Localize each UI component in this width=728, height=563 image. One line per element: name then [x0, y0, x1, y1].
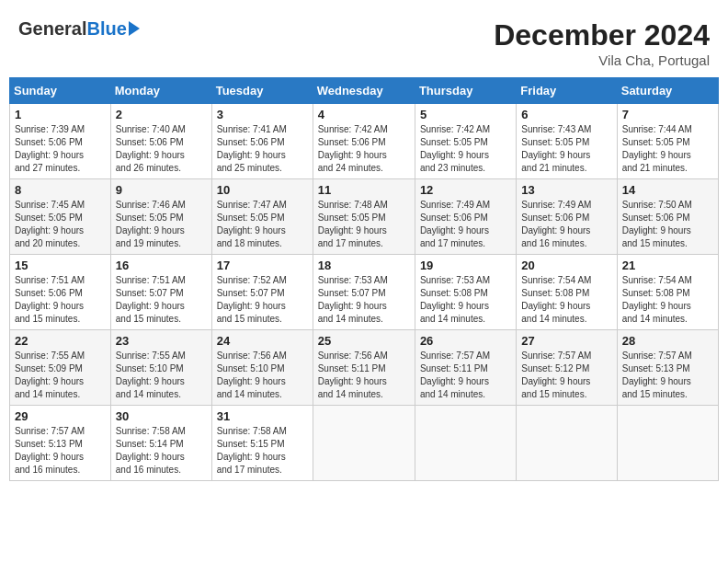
calendar-cell: 4Sunrise: 7:42 AMSunset: 5:06 PMDaylight… [313, 104, 415, 179]
day-number: 21 [622, 259, 713, 272]
calendar-cell: 15Sunrise: 7:51 AMSunset: 5:06 PMDayligh… [10, 255, 111, 330]
weekday-header-thursday: Thursday [415, 78, 516, 104]
calendar-cell: 24Sunrise: 7:56 AMSunset: 5:10 PMDayligh… [211, 330, 313, 406]
month-title: December 2024 [494, 18, 710, 52]
calendar-cell: 20Sunrise: 7:54 AMSunset: 5:08 PMDayligh… [517, 255, 617, 330]
day-info: Sunrise: 7:58 AMSunset: 5:14 PMDaylight:… [116, 425, 207, 477]
day-info: Sunrise: 7:46 AMSunset: 5:05 PMDaylight:… [116, 199, 207, 250]
day-info: Sunrise: 7:53 AMSunset: 5:08 PMDaylight:… [420, 274, 511, 326]
calendar-cell: 27Sunrise: 7:57 AMSunset: 5:12 PMDayligh… [517, 330, 617, 406]
calendar-cell: 28Sunrise: 7:57 AMSunset: 5:13 PMDayligh… [617, 330, 718, 406]
day-info: Sunrise: 7:58 AMSunset: 5:15 PMDaylight:… [217, 425, 308, 477]
weekday-header-tuesday: Tuesday [211, 78, 313, 104]
calendar-cell: 2Sunrise: 7:40 AMSunset: 5:06 PMDaylight… [110, 104, 211, 179]
calendar-cell: 31Sunrise: 7:58 AMSunset: 5:15 PMDayligh… [211, 406, 313, 481]
calendar-cell: 8Sunrise: 7:45 AMSunset: 5:05 PMDaylight… [10, 179, 111, 255]
day-info: Sunrise: 7:57 AMSunset: 5:12 PMDaylight:… [521, 350, 611, 401]
day-number: 2 [116, 108, 207, 121]
calendar-cell: 26Sunrise: 7:57 AMSunset: 5:11 PMDayligh… [415, 330, 516, 406]
calendar-cell: 14Sunrise: 7:50 AMSunset: 5:06 PMDayligh… [617, 179, 718, 255]
day-number: 9 [116, 183, 207, 197]
day-number: 7 [622, 108, 713, 121]
day-info: Sunrise: 7:49 AMSunset: 5:06 PMDaylight:… [420, 199, 511, 250]
day-info: Sunrise: 7:42 AMSunset: 5:06 PMDaylight:… [318, 123, 410, 175]
day-info: Sunrise: 7:39 AMSunset: 5:06 PMDaylight:… [15, 123, 106, 175]
weekday-header-friday: Friday [517, 78, 617, 104]
day-info: Sunrise: 7:55 AMSunset: 5:10 PMDaylight:… [116, 350, 207, 401]
day-info: Sunrise: 7:56 AMSunset: 5:11 PMDaylight:… [318, 350, 410, 401]
calendar-cell: 1Sunrise: 7:39 AMSunset: 5:06 PMDaylight… [10, 104, 111, 179]
day-info: Sunrise: 7:55 AMSunset: 5:09 PMDaylight:… [15, 350, 106, 401]
calendar-cell [313, 406, 415, 481]
weekday-header-monday: Monday [110, 78, 211, 104]
day-info: Sunrise: 7:43 AMSunset: 5:05 PMDaylight:… [521, 123, 611, 175]
calendar-cell: 6Sunrise: 7:43 AMSunset: 5:05 PMDaylight… [517, 104, 617, 179]
day-number: 6 [521, 108, 611, 121]
day-info: Sunrise: 7:41 AMSunset: 5:06 PMDaylight:… [217, 123, 308, 175]
day-number: 3 [217, 108, 308, 121]
day-number: 23 [116, 334, 207, 348]
calendar-cell: 29Sunrise: 7:57 AMSunset: 5:13 PMDayligh… [10, 406, 111, 481]
calendar-week-2: 8Sunrise: 7:45 AMSunset: 5:05 PMDaylight… [10, 179, 719, 255]
calendar-cell: 16Sunrise: 7:51 AMSunset: 5:07 PMDayligh… [110, 255, 211, 330]
day-info: Sunrise: 7:44 AMSunset: 5:05 PMDaylight:… [622, 123, 713, 175]
logo-arrow-icon [129, 21, 140, 36]
day-info: Sunrise: 7:57 AMSunset: 5:13 PMDaylight:… [622, 350, 713, 401]
day-number: 14 [622, 183, 713, 197]
weekday-header-wednesday: Wednesday [313, 78, 415, 104]
calendar-cell: 10Sunrise: 7:47 AMSunset: 5:05 PMDayligh… [211, 179, 313, 255]
calendar-cell: 19Sunrise: 7:53 AMSunset: 5:08 PMDayligh… [415, 255, 516, 330]
day-number: 17 [217, 259, 308, 272]
calendar-week-5: 29Sunrise: 7:57 AMSunset: 5:13 PMDayligh… [10, 406, 719, 481]
location-text: Vila Cha, Portugal [494, 52, 710, 68]
day-number: 5 [420, 108, 511, 121]
day-number: 26 [420, 334, 511, 348]
day-info: Sunrise: 7:48 AMSunset: 5:05 PMDaylight:… [318, 199, 410, 250]
day-number: 29 [15, 409, 106, 423]
day-number: 13 [521, 183, 611, 197]
day-info: Sunrise: 7:51 AMSunset: 5:07 PMDaylight:… [116, 274, 207, 326]
weekday-header-saturday: Saturday [617, 78, 718, 104]
day-info: Sunrise: 7:42 AMSunset: 5:05 PMDaylight:… [420, 123, 511, 175]
day-info: Sunrise: 7:57 AMSunset: 5:13 PMDaylight:… [15, 425, 106, 477]
calendar-cell: 5Sunrise: 7:42 AMSunset: 5:05 PMDaylight… [415, 104, 516, 179]
calendar-cell: 21Sunrise: 7:54 AMSunset: 5:08 PMDayligh… [617, 255, 718, 330]
day-number: 4 [318, 108, 410, 121]
day-number: 1 [15, 108, 106, 121]
day-number: 28 [622, 334, 713, 348]
day-number: 8 [15, 183, 106, 197]
calendar-body: 1Sunrise: 7:39 AMSunset: 5:06 PMDaylight… [10, 104, 719, 481]
calendar-cell: 17Sunrise: 7:52 AMSunset: 5:07 PMDayligh… [211, 255, 313, 330]
calendar-cell: 30Sunrise: 7:58 AMSunset: 5:14 PMDayligh… [110, 406, 211, 481]
day-number: 30 [116, 409, 207, 423]
day-info: Sunrise: 7:56 AMSunset: 5:10 PMDaylight:… [217, 350, 308, 401]
day-number: 16 [116, 259, 207, 272]
page-header: GeneralBlue December 2024 Vila Cha, Port… [9, 9, 719, 73]
day-info: Sunrise: 7:57 AMSunset: 5:11 PMDaylight:… [420, 350, 511, 401]
calendar-week-3: 15Sunrise: 7:51 AMSunset: 5:06 PMDayligh… [10, 255, 719, 330]
day-info: Sunrise: 7:54 AMSunset: 5:08 PMDaylight:… [622, 274, 713, 326]
day-number: 25 [318, 334, 410, 348]
calendar-cell: 13Sunrise: 7:49 AMSunset: 5:06 PMDayligh… [517, 179, 617, 255]
calendar-cell: 23Sunrise: 7:55 AMSunset: 5:10 PMDayligh… [110, 330, 211, 406]
calendar-table: SundayMondayTuesdayWednesdayThursdayFrid… [9, 77, 719, 481]
day-info: Sunrise: 7:54 AMSunset: 5:08 PMDaylight:… [521, 274, 611, 326]
calendar-week-1: 1Sunrise: 7:39 AMSunset: 5:06 PMDaylight… [10, 104, 719, 179]
calendar-cell [617, 406, 718, 481]
day-info: Sunrise: 7:50 AMSunset: 5:06 PMDaylight:… [622, 199, 713, 250]
day-number: 10 [217, 183, 308, 197]
day-info: Sunrise: 7:53 AMSunset: 5:07 PMDaylight:… [318, 274, 410, 326]
day-info: Sunrise: 7:49 AMSunset: 5:06 PMDaylight:… [521, 199, 611, 250]
day-number: 18 [318, 259, 410, 272]
logo-text: GeneralBlue [18, 18, 127, 40]
calendar-cell: 11Sunrise: 7:48 AMSunset: 5:05 PMDayligh… [313, 179, 415, 255]
day-number: 24 [217, 334, 308, 348]
calendar-cell: 3Sunrise: 7:41 AMSunset: 5:06 PMDaylight… [211, 104, 313, 179]
day-number: 20 [521, 259, 611, 272]
day-info: Sunrise: 7:40 AMSunset: 5:06 PMDaylight:… [116, 123, 207, 175]
calendar-cell [415, 406, 516, 481]
day-info: Sunrise: 7:45 AMSunset: 5:05 PMDaylight:… [15, 199, 106, 250]
calendar-cell: 25Sunrise: 7:56 AMSunset: 5:11 PMDayligh… [313, 330, 415, 406]
day-info: Sunrise: 7:47 AMSunset: 5:05 PMDaylight:… [217, 199, 308, 250]
day-number: 22 [15, 334, 106, 348]
